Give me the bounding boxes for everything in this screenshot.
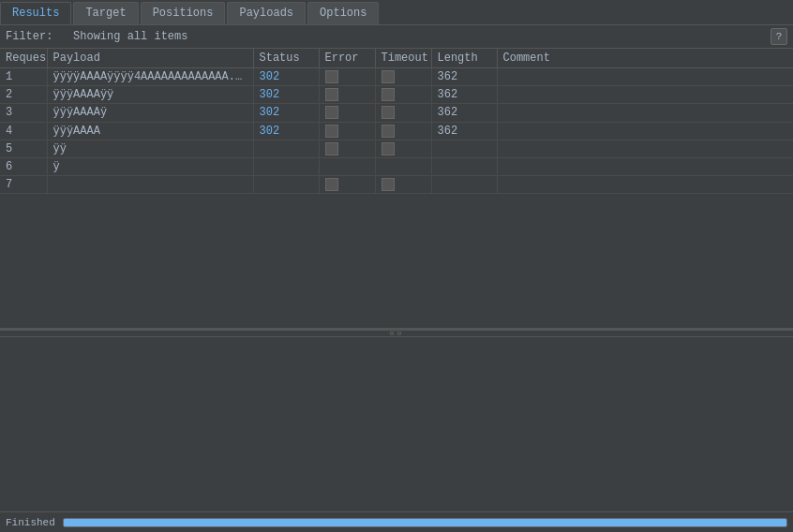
table-row[interactable]: 1ÿÿÿÿAAAAÿÿÿÿ4AAAAAAAAAAAAA...302362 <box>0 68 793 86</box>
cell-error <box>319 104 375 122</box>
cell-length <box>431 157 497 175</box>
cell-timeout <box>375 140 431 157</box>
cell-payload: ÿ <box>47 157 253 175</box>
cell-request: 7 <box>0 175 47 193</box>
progress-bar-container <box>63 518 787 527</box>
filter-label: Filter: <box>6 30 52 43</box>
cell-length: 362 <box>431 122 497 140</box>
col-header-error: Error <box>319 49 375 68</box>
cell-request: 5 <box>0 140 47 157</box>
tab-payloads[interactable]: Payloads <box>227 2 306 24</box>
cell-status: 302 <box>253 122 319 140</box>
cell-timeout <box>375 157 431 175</box>
cell-length <box>431 140 497 157</box>
cell-request: 3 <box>0 104 47 122</box>
table-body: 1ÿÿÿÿAAAAÿÿÿÿ4AAAAAAAAAAAAA...3023622ÿÿÿ… <box>0 68 793 194</box>
cell-error <box>319 157 375 175</box>
col-header-timeout: Timeout <box>375 49 431 68</box>
cell-timeout <box>375 122 431 140</box>
cell-payload: ÿÿ <box>47 140 253 157</box>
filter-text: Filter: Showing all items <box>6 30 187 43</box>
cell-comment <box>497 140 793 157</box>
cell-payload <box>47 175 253 193</box>
cell-status: 302 <box>253 68 319 86</box>
cell-timeout <box>375 68 431 86</box>
cell-status <box>253 175 319 193</box>
col-header-request: Request <box>0 49 47 68</box>
cell-status <box>253 157 319 175</box>
cell-status: 302 <box>253 86 319 104</box>
cell-comment <box>497 175 793 193</box>
resize-handle[interactable]: «» <box>0 330 793 337</box>
lower-panel <box>0 337 793 511</box>
table-row[interactable]: 2ÿÿÿAAAAÿÿ302362 <box>0 86 793 104</box>
cell-request: 2 <box>0 86 47 104</box>
upper-panel: Request Payload Status Error Timeout Len… <box>0 49 793 330</box>
cell-error <box>319 175 375 193</box>
help-button[interactable]: ? <box>771 28 787 45</box>
col-header-status: Status <box>253 49 319 68</box>
status-label: Finished <box>6 517 55 528</box>
cell-error <box>319 122 375 140</box>
progress-bar-fill <box>64 519 786 526</box>
table-row[interactable]: 7 <box>0 175 793 193</box>
cell-comment <box>497 104 793 122</box>
cell-timeout <box>375 104 431 122</box>
cell-request: 4 <box>0 122 47 140</box>
cell-timeout <box>375 86 431 104</box>
cell-comment <box>497 157 793 175</box>
tabs-bar: Results Target Positions Payloads Option… <box>0 0 793 25</box>
cell-payload: ÿÿÿAAAAÿ <box>47 104 253 122</box>
cell-error <box>319 68 375 86</box>
cell-comment <box>497 122 793 140</box>
cell-payload: ÿÿÿÿAAAAÿÿÿÿ4AAAAAAAAAAAAA... <box>47 68 253 86</box>
col-header-length: Length <box>431 49 497 68</box>
table-row[interactable]: 4ÿÿÿAAAA302362 <box>0 122 793 140</box>
cell-length: 362 <box>431 86 497 104</box>
tab-results[interactable]: Results <box>0 2 71 24</box>
table-row[interactable]: 6ÿ <box>0 157 793 175</box>
cell-length <box>431 175 497 193</box>
cell-comment <box>497 68 793 86</box>
filter-bar: Filter: Showing all items ? <box>0 25 793 49</box>
app-container: Results Target Positions Payloads Option… <box>0 0 793 532</box>
cell-length: 362 <box>431 68 497 86</box>
col-header-comment: Comment <box>497 49 793 68</box>
cell-status: 302 <box>253 104 319 122</box>
cell-request: 6 <box>0 157 47 175</box>
table-row[interactable]: 3ÿÿÿAAAAÿ302362 <box>0 104 793 122</box>
cell-payload: ÿÿÿAAAA <box>47 122 253 140</box>
cell-error <box>319 140 375 157</box>
tab-positions[interactable]: Positions <box>141 2 226 24</box>
tab-options[interactable]: Options <box>307 2 379 24</box>
cell-error <box>319 86 375 104</box>
cell-timeout <box>375 175 431 193</box>
cell-request: 1 <box>0 68 47 86</box>
tab-target[interactable]: Target <box>73 2 138 24</box>
cell-status <box>253 140 319 157</box>
status-bar: Finished <box>0 511 793 532</box>
results-table: Request Payload Status Error Timeout Len… <box>0 49 793 194</box>
col-header-payload: Payload <box>47 49 253 68</box>
table-header-row: Request Payload Status Error Timeout Len… <box>0 49 793 68</box>
cell-payload: ÿÿÿAAAAÿÿ <box>47 86 253 104</box>
cell-length: 362 <box>431 104 497 122</box>
table-row[interactable]: 5ÿÿ <box>0 140 793 157</box>
filter-value: Showing all items <box>73 30 187 43</box>
cell-comment <box>497 86 793 104</box>
